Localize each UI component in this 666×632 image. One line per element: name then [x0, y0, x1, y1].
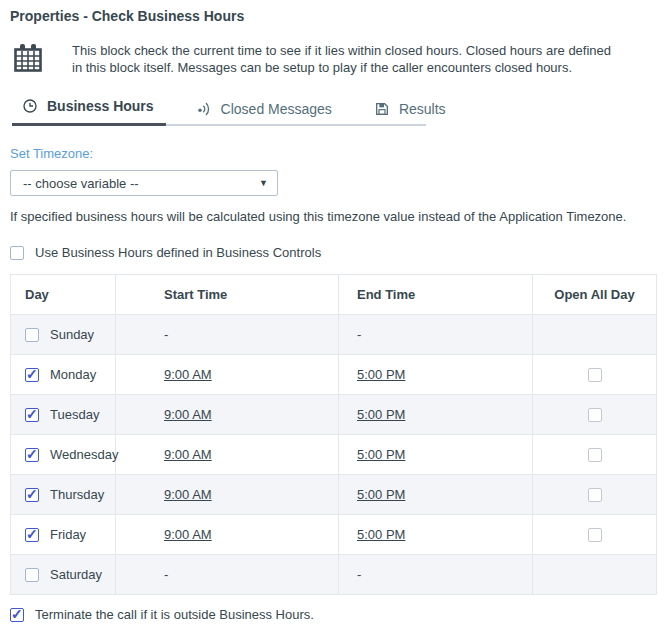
tab-label: Closed Messages: [221, 101, 332, 117]
open-all-day-checkbox[interactable]: [588, 408, 602, 422]
table-row: Sunday--: [11, 315, 657, 355]
end-time-link[interactable]: 5:00 PM: [357, 407, 405, 422]
day-label: Saturday: [50, 567, 102, 582]
no-time-dash: -: [357, 567, 361, 582]
business-controls-row: Use Business Hours defined in Business C…: [10, 245, 656, 260]
column-header-end-time: End Time: [339, 275, 533, 315]
no-time-dash: -: [164, 567, 168, 582]
no-time-dash: -: [164, 327, 168, 342]
end-time-link[interactable]: 5:00 PM: [357, 447, 405, 462]
chevron-down-icon: ▼: [259, 178, 268, 188]
day-checkbox[interactable]: [25, 408, 39, 422]
end-time-link[interactable]: 5:00 PM: [357, 367, 405, 382]
column-header-open-all-day: Open All Day: [533, 275, 657, 315]
page-title: Properties - Check Business Hours: [10, 8, 656, 24]
table-row: Saturday--: [11, 555, 657, 595]
table-row: Thursday9:00 AM5:00 PM: [11, 475, 657, 515]
terminate-label: Terminate the call if it is outside Busi…: [35, 607, 314, 622]
business-controls-label: Use Business Hours defined in Business C…: [35, 245, 321, 260]
block-description-text: This block check the current time to see…: [72, 42, 622, 76]
day-checkbox[interactable]: [25, 368, 39, 382]
set-timezone-label: Set Timezone:: [10, 146, 656, 161]
clock-icon: [22, 98, 38, 114]
day-label: Thursday: [50, 487, 104, 502]
business-controls-checkbox[interactable]: [10, 246, 24, 260]
tab-bar: Business Hours Closed Messages Results: [12, 98, 426, 126]
start-time-link[interactable]: 9:00 AM: [164, 447, 212, 462]
table-row: Friday9:00 AM5:00 PM: [11, 515, 657, 555]
table-row: Tuesday9:00 AM5:00 PM: [11, 395, 657, 435]
timezone-dropdown-value: -- choose variable --: [23, 176, 139, 191]
day-checkbox[interactable]: [25, 328, 39, 342]
calendar-icon: [12, 42, 46, 76]
day-checkbox[interactable]: [25, 448, 39, 462]
start-time-link[interactable]: 9:00 AM: [164, 527, 212, 542]
table-header-row: Day Start Time End Time Open All Day: [11, 275, 657, 315]
open-all-day-checkbox[interactable]: [588, 448, 602, 462]
table-row: Wednesday9:00 AM5:00 PM: [11, 435, 657, 475]
block-description: This block check the current time to see…: [10, 42, 656, 76]
properties-panel: Properties - Check Business Hours This b…: [0, 0, 666, 622]
day-checkbox[interactable]: [25, 528, 39, 542]
day-label: Monday: [50, 367, 96, 382]
day-checkbox[interactable]: [25, 488, 39, 502]
start-time-link[interactable]: 9:00 AM: [164, 367, 212, 382]
column-header-start-time: Start Time: [116, 275, 339, 315]
no-time-dash: -: [357, 327, 361, 342]
start-time-link[interactable]: 9:00 AM: [164, 487, 212, 502]
terminate-row: Terminate the call if it is outside Busi…: [10, 607, 656, 622]
column-header-day: Day: [11, 275, 116, 315]
tab-business-hours[interactable]: Business Hours: [12, 98, 166, 126]
day-checkbox[interactable]: [25, 568, 39, 582]
tab-label: Results: [399, 101, 446, 117]
day-label: Wednesday: [50, 447, 118, 462]
timezone-dropdown[interactable]: -- choose variable -- ▼: [10, 170, 278, 196]
day-label: Friday: [50, 527, 86, 542]
start-time-link[interactable]: 9:00 AM: [164, 407, 212, 422]
day-label: Sunday: [50, 327, 94, 342]
business-hours-table: Day Start Time End Time Open All Day Sun…: [10, 274, 657, 595]
table-row: Monday9:00 AM5:00 PM: [11, 355, 657, 395]
save-icon: [374, 101, 390, 117]
timezone-help-text: If specified business hours will be calc…: [10, 209, 656, 224]
business-hours-table-body: Sunday--Monday9:00 AM5:00 PMTuesday9:00 …: [11, 315, 657, 595]
tab-closed-messages[interactable]: Closed Messages: [184, 101, 344, 126]
terminate-checkbox[interactable]: [10, 608, 24, 622]
tab-results[interactable]: Results: [362, 101, 458, 126]
sound-icon: [196, 101, 212, 117]
open-all-day-checkbox[interactable]: [588, 488, 602, 502]
open-all-day-checkbox[interactable]: [588, 368, 602, 382]
end-time-link[interactable]: 5:00 PM: [357, 487, 405, 502]
open-all-day-checkbox[interactable]: [588, 528, 602, 542]
tab-label: Business Hours: [47, 98, 154, 114]
day-label: Tuesday: [50, 407, 99, 422]
end-time-link[interactable]: 5:00 PM: [357, 527, 405, 542]
